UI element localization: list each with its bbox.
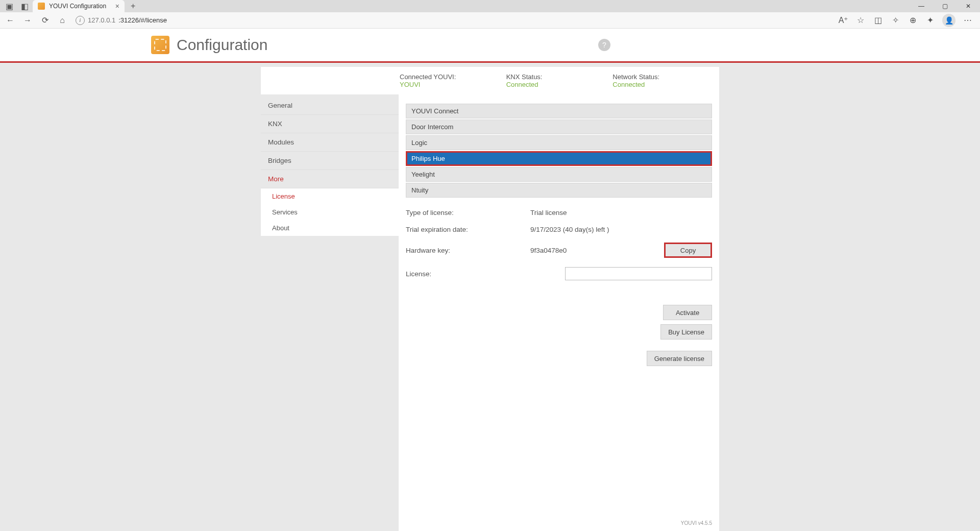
license-expiration-label: Trial expiration date: [406, 226, 530, 233]
module-item-philips-hue[interactable]: Philips Hue [406, 151, 712, 166]
module-item-youvi-connect[interactable]: YOUVI Connect [406, 104, 712, 118]
tab-favicon [38, 3, 45, 10]
generate-license-button[interactable]: Generate license [647, 351, 712, 366]
action-buttons: Activate Buy License Generate license [406, 305, 712, 366]
browser-tab[interactable]: YOUVI Configuration × [33, 0, 125, 12]
browser-toolbar: ← → ⟳ ⌂ i 127.0.0.1:31226/#/license A⁺ ☆… [0, 12, 980, 29]
favorite-icon[interactable]: ☆ [855, 15, 866, 26]
back-button[interactable]: ← [4, 14, 16, 27]
sidebar: General KNX Modules Bridges More License… [261, 94, 399, 531]
buy-license-button[interactable]: Buy License [660, 324, 712, 340]
forward-button[interactable]: → [21, 14, 34, 27]
content-area: YOUVI Connect Door Intercom Logic Philip… [399, 94, 719, 531]
extensions-icon[interactable]: ✦ [925, 15, 935, 26]
sidebar-sub-services[interactable]: Services [261, 204, 399, 220]
sidebar-item-more[interactable]: More [261, 170, 399, 188]
more-menu-icon[interactable]: ⋯ [963, 15, 973, 26]
tab-title: YOUVI Configuration [49, 3, 106, 10]
split-screen-icon[interactable]: ◫ [873, 15, 883, 26]
url-host: 127.0.0.1 [88, 16, 115, 24]
home-button[interactable]: ⌂ [56, 14, 68, 27]
collections-icon[interactable]: ⊕ [908, 15, 918, 26]
tab-close-icon[interactable]: × [115, 2, 119, 10]
hardware-key-label: Hardware key: [406, 247, 530, 254]
status-knx-label: KNX Status: [506, 73, 613, 81]
app-menu-icon[interactable]: ▣ [5, 2, 13, 10]
sidebar-sub-license[interactable]: License [261, 188, 399, 204]
status-knx-value: Connected [506, 81, 613, 88]
license-type-value: Trial license [530, 209, 712, 216]
tab-overview-icon[interactable]: ◧ [20, 2, 29, 10]
license-details: Type of license: Trial license Trial exp… [406, 209, 712, 289]
window-maximize-button[interactable]: ▢ [933, 0, 957, 12]
license-input-label: License: [406, 270, 530, 278]
copy-button[interactable]: Copy [664, 243, 712, 258]
sidebar-item-general[interactable]: General [261, 96, 399, 115]
version-footer: YOUVI v4.5.5 [406, 517, 712, 526]
app-logo [151, 36, 169, 54]
sidebar-sub-about[interactable]: About [261, 220, 399, 236]
page-title: Configuration [177, 36, 267, 54]
module-item-logic[interactable]: Logic [406, 135, 712, 150]
site-info-icon[interactable]: i [76, 16, 85, 25]
module-item-door-intercom[interactable]: Door Intercom [406, 119, 712, 134]
hardware-key-value: 9f3a0478e0 [530, 247, 664, 254]
status-row: Connected YOUVI: YOUVI KNX Status: Conne… [261, 67, 719, 94]
license-expiration-value: 9/17/2023 (40 day(s) left ) [530, 226, 712, 233]
app-header: Configuration ? [0, 29, 980, 61]
status-network-value: Connected [612, 81, 719, 88]
main-canvas: Connected YOUVI: YOUVI KNX Status: Conne… [0, 63, 980, 531]
module-list: YOUVI Connect Door Intercom Logic Philip… [406, 104, 712, 198]
favorites-bar-icon[interactable]: ✧ [890, 15, 900, 26]
license-input[interactable] [565, 267, 712, 280]
read-aloud-icon[interactable]: A⁺ [838, 15, 848, 26]
activate-button[interactable]: Activate [663, 305, 712, 320]
window-titlebar: ▣ ◧ YOUVI Configuration × + ― ▢ ✕ [0, 0, 980, 12]
config-panel: Connected YOUVI: YOUVI KNX Status: Conne… [261, 67, 719, 531]
help-button[interactable]: ? [598, 39, 610, 51]
status-connected-label: Connected YOUVI: [400, 73, 506, 81]
sidebar-item-knx[interactable]: KNX [261, 115, 399, 133]
status-network-label: Network Status: [612, 73, 719, 81]
profile-avatar[interactable]: 👤 [942, 14, 955, 27]
sidebar-item-bridges[interactable]: Bridges [261, 152, 399, 170]
window-minimize-button[interactable]: ― [910, 0, 933, 12]
license-type-label: Type of license: [406, 209, 530, 216]
new-tab-button[interactable]: + [128, 2, 138, 11]
sidebar-item-modules[interactable]: Modules [261, 133, 399, 152]
address-bar[interactable]: i 127.0.0.1:31226/#/license [76, 16, 167, 25]
url-path: :31226/#/license [118, 16, 167, 24]
reload-button[interactable]: ⟳ [39, 14, 51, 27]
status-connected-value: YOUVI [400, 81, 506, 88]
module-item-ntuity[interactable]: Ntuity [406, 183, 712, 198]
window-close-button[interactable]: ✕ [957, 0, 980, 12]
module-item-yeelight[interactable]: Yeelight [406, 167, 712, 182]
